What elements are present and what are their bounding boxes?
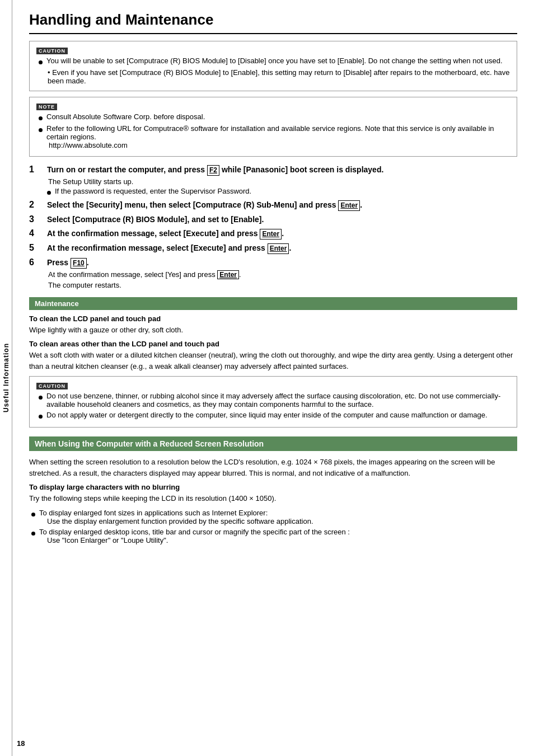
sidebar-label: Useful Information (0, 0, 12, 756)
caution-box-1: CAUTION You will be unable to set [Compu… (29, 41, 517, 91)
page-number: 18 (17, 739, 25, 748)
key-f2: F2 (207, 165, 219, 176)
step-6-sub1: At the confirmation message, select [Yes… (47, 270, 517, 279)
step-3: 3 Select [Computrace (R) BIOS Module], a… (29, 214, 517, 226)
key-enter-5: Enter (268, 243, 289, 254)
maintenance-subsection2-text: Wet a soft cloth with water or a diluted… (29, 350, 517, 372)
page-title: Handling and Maintenance (29, 11, 517, 34)
step-6: 6 Press F10. At the confirmation message… (29, 257, 517, 289)
key-enter-2: Enter (338, 200, 360, 211)
step-4-title: At the confirmation message, select [Exe… (47, 228, 517, 240)
step-6-title: Press F10. (47, 257, 517, 269)
caution2-bullet1: Do not use benzene, thinner, or rubbing … (36, 392, 510, 408)
caution-label-2: CAUTION (36, 383, 68, 389)
maintenance-subsection1-text: Wipe lightly with a gauze or other dry, … (29, 325, 517, 336)
note1-bullet1: Consult Absolute Software Corp. before d… (36, 112, 510, 122)
key-enter-6: Enter (217, 270, 239, 279)
maintenance-subsection1-title: To clean the LCD panel and touch pad (29, 314, 517, 323)
when-section-intro: When setting the screen resolution to a … (29, 457, 517, 478)
steps-section: 1 Turn on or restart the computer, and p… (29, 165, 517, 289)
note1-bullet2: Refer to the following URL for Computrac… (36, 124, 510, 149)
caution-label-1: CAUTION (36, 48, 68, 54)
caution2-bullet2: Do not apply water or detergent directly… (36, 411, 510, 420)
step-2: 2 Select the [Security] menu, then selec… (29, 200, 517, 211)
note-box-1: NOTE Consult Absolute Software Corp. bef… (29, 97, 517, 157)
when-subsection-intro: Try the following steps while keeping th… (29, 493, 517, 504)
step-1-title: Turn on or restart the computer, and pre… (47, 165, 517, 176)
step-1-sub-bullet1: If the password is requested, enter the … (47, 187, 517, 196)
key-enter-4: Enter (260, 229, 282, 240)
when-subsection-title: To display large characters with no blur… (29, 483, 517, 491)
caution1-sub-bullet1: • Even if you have set [Computrace (R) B… (36, 68, 510, 85)
key-f10: F10 (71, 258, 87, 269)
maintenance-section-header: Maintenance (29, 297, 517, 310)
step-4: 4 At the confirmation message, select [E… (29, 228, 517, 240)
step-6-sub2: The computer restarts. (47, 281, 517, 289)
step-1-sub1: The Setup Utility starts up. (47, 177, 517, 186)
step-5: 5 At the reconfirmation message, select … (29, 243, 517, 254)
caution-box-2: CAUTION Do not use benzene, thinner, or … (29, 376, 517, 428)
when-bullet2: To display enlarged desktop icons, title… (29, 528, 517, 544)
caution1-bullet1: You will be unable to set [Computrace (R… (36, 57, 510, 66)
step-3-title: Select [Computrace (R) BIOS Module], and… (47, 214, 517, 226)
sidebar-label-text: Useful Information (2, 343, 10, 412)
step-1: 1 Turn on or restart the computer, and p… (29, 165, 517, 196)
when-section-header: When Using the Computer with a Reduced S… (29, 436, 517, 451)
maintenance-subsection2-title: To clean areas other than the LCD panel … (29, 340, 517, 348)
note-label-1: NOTE (36, 104, 57, 110)
step-5-title: At the reconfirmation message, select [E… (47, 243, 517, 254)
step-2-title: Select the [Security] menu, then select … (47, 200, 517, 211)
when-bullet1: To display enlarged font sizes in applic… (29, 509, 517, 525)
